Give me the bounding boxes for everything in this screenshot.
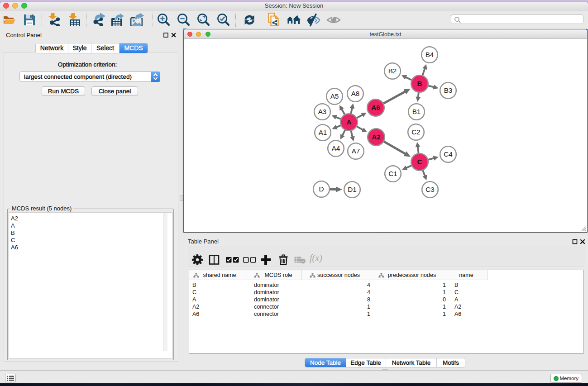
- svg-text:A8: A8: [351, 90, 360, 97]
- svg-text:B4: B4: [425, 51, 434, 58]
- svg-text:C2: C2: [411, 128, 421, 136]
- svg-text:B1: B1: [412, 108, 421, 115]
- svg-text:A3: A3: [318, 108, 327, 115]
- svg-text:C1: C1: [388, 170, 397, 177]
- svg-text:A2: A2: [372, 133, 381, 141]
- svg-text:C: C: [417, 158, 422, 166]
- svg-text:B2: B2: [388, 67, 397, 75]
- svg-text:A6: A6: [371, 104, 380, 111]
- svg-text:D1: D1: [348, 186, 357, 193]
- svg-text:C4: C4: [444, 150, 453, 158]
- svg-text:A4: A4: [332, 144, 340, 152]
- svg-text:A: A: [346, 118, 351, 126]
- svg-text:B3: B3: [444, 86, 453, 94]
- svg-text:D: D: [319, 185, 324, 193]
- svg-text:A7: A7: [352, 147, 360, 155]
- svg-text:C3: C3: [425, 186, 435, 193]
- svg-text:A1: A1: [319, 129, 327, 136]
- svg-text:A5: A5: [330, 92, 339, 100]
- svg-text:B: B: [417, 80, 422, 87]
